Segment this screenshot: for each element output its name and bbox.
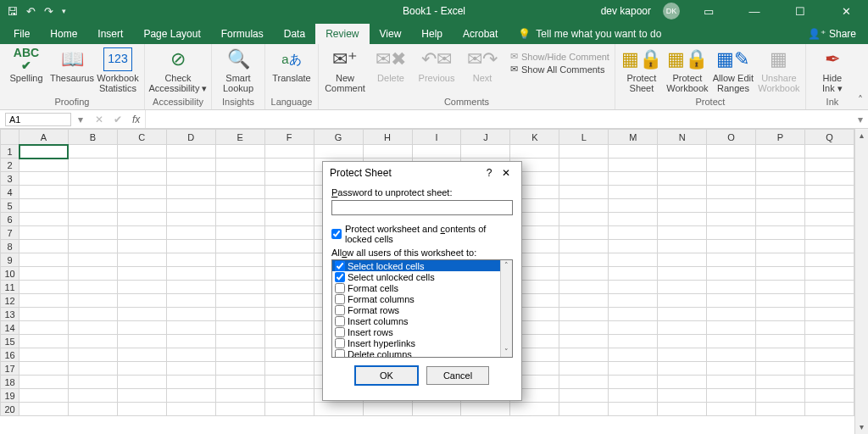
cell[interactable] bbox=[68, 253, 117, 267]
cell[interactable] bbox=[166, 403, 215, 416]
cell[interactable] bbox=[559, 281, 609, 294]
cell[interactable] bbox=[215, 145, 264, 159]
cell[interactable] bbox=[19, 362, 69, 376]
cell[interactable] bbox=[756, 403, 805, 416]
cell[interactable] bbox=[264, 226, 314, 240]
cell[interactable] bbox=[264, 186, 314, 199]
allow-edit-ranges-button[interactable]: ▦✎Allow Edit Ranges bbox=[712, 47, 754, 93]
cell[interactable] bbox=[117, 348, 166, 362]
cell[interactable] bbox=[68, 240, 117, 253]
cell[interactable] bbox=[658, 389, 707, 403]
cell[interactable] bbox=[756, 335, 805, 348]
cell[interactable] bbox=[609, 335, 658, 348]
cell[interactable] bbox=[215, 159, 264, 172]
cell[interactable] bbox=[117, 389, 166, 403]
cell[interactable] bbox=[805, 281, 854, 294]
cell[interactable] bbox=[166, 213, 215, 226]
ok-button[interactable]: OK bbox=[355, 366, 418, 385]
cell[interactable] bbox=[609, 294, 658, 308]
cell[interactable] bbox=[609, 362, 658, 376]
cell[interactable] bbox=[805, 335, 854, 348]
cell[interactable] bbox=[658, 267, 707, 281]
cell[interactable] bbox=[658, 159, 707, 172]
cell[interactable] bbox=[707, 376, 756, 389]
row-header[interactable]: 1 bbox=[1, 145, 19, 159]
cell[interactable] bbox=[707, 389, 756, 403]
cell[interactable] bbox=[756, 253, 805, 267]
cell[interactable] bbox=[68, 186, 117, 199]
cell[interactable] bbox=[215, 213, 264, 226]
row-header[interactable]: 8 bbox=[1, 240, 19, 253]
cell[interactable] bbox=[805, 172, 854, 186]
permission-option[interactable]: Format rows bbox=[332, 304, 512, 315]
cell[interactable] bbox=[68, 348, 117, 362]
tab-formulas[interactable]: Formulas bbox=[211, 24, 274, 44]
namebox-dropdown-icon[interactable]: ▾ bbox=[71, 114, 90, 125]
cell[interactable] bbox=[707, 240, 756, 253]
cell[interactable] bbox=[215, 403, 264, 416]
dialog-close-icon[interactable]: ✕ bbox=[498, 167, 515, 179]
cell[interactable] bbox=[609, 348, 658, 362]
cell[interactable] bbox=[68, 362, 117, 376]
cell[interactable] bbox=[707, 403, 756, 416]
cell[interactable] bbox=[805, 267, 854, 281]
cell[interactable] bbox=[68, 281, 117, 294]
cell[interactable] bbox=[68, 321, 117, 335]
share-button[interactable]: 👤⁺ Share bbox=[796, 24, 868, 44]
cell[interactable] bbox=[559, 403, 609, 416]
cell[interactable] bbox=[609, 376, 658, 389]
col-header[interactable]: B bbox=[68, 130, 117, 145]
cell[interactable] bbox=[314, 403, 363, 416]
cell[interactable] bbox=[19, 145, 69, 159]
ribbon-display-icon[interactable]: ▭ bbox=[692, 5, 726, 18]
redo-icon[interactable]: ↷ bbox=[44, 5, 53, 18]
col-header[interactable]: P bbox=[756, 130, 805, 145]
cell[interactable] bbox=[707, 308, 756, 321]
cell[interactable] bbox=[805, 321, 854, 335]
cell[interactable] bbox=[264, 213, 314, 226]
cell[interactable] bbox=[166, 267, 215, 281]
cell[interactable] bbox=[756, 213, 805, 226]
cell[interactable] bbox=[264, 376, 314, 389]
cell[interactable] bbox=[215, 362, 264, 376]
cell[interactable] bbox=[19, 199, 69, 213]
tab-acrobat[interactable]: Acrobat bbox=[453, 24, 508, 44]
cell[interactable] bbox=[559, 253, 609, 267]
cell[interactable] bbox=[264, 145, 314, 159]
cell[interactable] bbox=[658, 199, 707, 213]
cell[interactable] bbox=[805, 362, 854, 376]
cell[interactable] bbox=[707, 348, 756, 362]
protect-workbook-button[interactable]: ▦🔒Protect Workbook bbox=[666, 47, 709, 93]
cell[interactable] bbox=[707, 253, 756, 267]
permission-option[interactable]: Select locked cells bbox=[332, 260, 512, 271]
cell[interactable] bbox=[117, 376, 166, 389]
row-header[interactable]: 18 bbox=[1, 376, 19, 389]
cell[interactable] bbox=[19, 335, 69, 348]
cell[interactable] bbox=[805, 199, 854, 213]
enter-formula-icon[interactable]: ✔ bbox=[108, 114, 127, 125]
cell[interactable] bbox=[707, 199, 756, 213]
cell[interactable] bbox=[264, 308, 314, 321]
cell[interactable] bbox=[215, 199, 264, 213]
cell[interactable] bbox=[707, 186, 756, 199]
cell[interactable] bbox=[264, 389, 314, 403]
cell[interactable] bbox=[609, 308, 658, 321]
cell[interactable] bbox=[215, 294, 264, 308]
col-header[interactable]: G bbox=[314, 130, 363, 145]
col-header[interactable]: O bbox=[707, 130, 756, 145]
cell[interactable] bbox=[609, 321, 658, 335]
tab-file[interactable]: File bbox=[3, 24, 40, 44]
cell[interactable] bbox=[756, 145, 805, 159]
cell[interactable] bbox=[756, 226, 805, 240]
cell[interactable] bbox=[461, 403, 510, 416]
cell[interactable] bbox=[68, 172, 117, 186]
row-header[interactable]: 15 bbox=[1, 335, 19, 348]
expand-formula-bar-icon[interactable]: ▾ bbox=[853, 114, 868, 125]
cell[interactable] bbox=[756, 308, 805, 321]
cell[interactable] bbox=[658, 362, 707, 376]
cell[interactable] bbox=[166, 294, 215, 308]
row-header[interactable]: 16 bbox=[1, 348, 19, 362]
cell[interactable] bbox=[756, 240, 805, 253]
cell[interactable] bbox=[510, 403, 559, 416]
cell[interactable] bbox=[264, 281, 314, 294]
